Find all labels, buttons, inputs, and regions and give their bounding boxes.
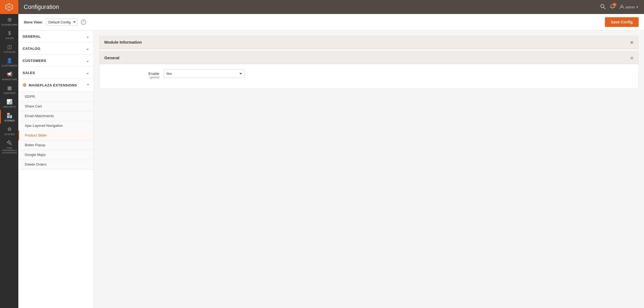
sales-icon: $ bbox=[8, 30, 11, 36]
sidebar-item-label: DASHBOARD bbox=[2, 23, 18, 26]
user-dropdown-icon: ▼ bbox=[636, 6, 639, 9]
left-nav-header-mageplaza[interactable]: ⚙ MAGEPLAZA EXTENSIONS ⌄ bbox=[18, 79, 94, 92]
mageplaza-icon: ⚙ bbox=[23, 83, 27, 88]
collapse-icon: ⊕ bbox=[630, 40, 633, 44]
sidebar-item-customers[interactable]: 👤 CUSTOMERS bbox=[0, 55, 18, 69]
store-view-label: Store View: bbox=[24, 20, 43, 24]
notifications-badge: 1 bbox=[613, 3, 617, 6]
chevron-down-icon: ⌄ bbox=[86, 58, 89, 63]
topbar: Configuration 1 admin bbox=[18, 0, 644, 14]
catalog-icon: ◫ bbox=[7, 44, 12, 50]
content-icon: ▦ bbox=[7, 85, 12, 91]
user-menu-button[interactable]: admin ▼ bbox=[619, 5, 639, 9]
mageplaza-sub-items: GDPR Share Cart Email Attachments Ajax L… bbox=[18, 92, 94, 169]
left-nav-label-customers: CUSTOMERS bbox=[23, 59, 46, 63]
enable-label-sub: [global] bbox=[104, 76, 159, 79]
left-nav: GENERAL ⌄ CATALOG ⌄ CUSTOMERS ⌄ bbox=[18, 30, 94, 308]
sidebar-item-dashboard[interactable]: ⊞ DASHBOARD bbox=[0, 14, 18, 28]
config-row-enable: Enable [global] Yes No bbox=[104, 69, 633, 79]
sidebar-item-stores[interactable]: 🏪 STORES bbox=[0, 110, 18, 124]
mageplaza-label: MAGEPLAZA EXTENSIONS bbox=[29, 83, 77, 87]
marketing-icon: 📢 bbox=[6, 71, 12, 77]
store-view-left: Store View: Default Config ? bbox=[24, 19, 86, 26]
sidebar-item-label: CUSTOMERS bbox=[1, 64, 18, 67]
config-section-header-general[interactable]: General ⊖ bbox=[99, 52, 638, 64]
left-nav-header-customers[interactable]: CUSTOMERS ⌄ bbox=[18, 55, 94, 66]
sidebar-item-marketing[interactable]: 📢 MARKETING bbox=[0, 69, 18, 82]
left-nav-item-better-popup[interactable]: Better Popup bbox=[18, 140, 94, 150]
store-view-select[interactable]: Default Config bbox=[46, 19, 78, 26]
sidebar: ⊞ DASHBOARD $ SALES ◫ CATALOG 👤 CUSTOMER… bbox=[0, 0, 18, 308]
stores-icon: 🏪 bbox=[6, 113, 12, 118]
sidebar-item-label: CATALOG bbox=[4, 51, 16, 53]
right-content: Module Information ⊕ General ⊖ Enable bbox=[94, 30, 644, 308]
reports-icon: 📊 bbox=[6, 99, 12, 105]
sidebar-item-content[interactable]: ▦ CONTENT bbox=[0, 82, 18, 96]
sidebar-item-label: CONTENT bbox=[4, 92, 16, 94]
search-button[interactable] bbox=[600, 4, 605, 10]
dashboard-icon: ⊞ bbox=[8, 17, 12, 23]
left-nav-header-catalog[interactable]: CATALOG ⌄ bbox=[18, 43, 94, 54]
left-nav-header-general[interactable]: GENERAL ⌄ bbox=[18, 30, 94, 42]
left-nav-section-mageplaza: ⚙ MAGEPLAZA EXTENSIONS ⌄ GDPR Share Cart bbox=[18, 79, 94, 170]
mageplaza-title: ⚙ MAGEPLAZA EXTENSIONS bbox=[23, 83, 77, 88]
sidebar-item-sales[interactable]: $ SALES bbox=[0, 28, 18, 41]
sidebar-item-catalog[interactable]: ◫ CATALOG bbox=[0, 41, 18, 55]
logo[interactable] bbox=[0, 0, 18, 14]
left-nav-label-sales: SALES bbox=[23, 71, 35, 75]
config-section-module-information: Module Information ⊕ bbox=[99, 36, 639, 49]
enable-label: Enable [global] bbox=[104, 69, 164, 79]
left-nav-item-ajax-layered-navigation[interactable]: Ajax Layered Navigation bbox=[18, 121, 94, 131]
sidebar-item-system[interactable]: ⚙ SYSTEM bbox=[0, 124, 18, 137]
enable-control: Yes No bbox=[164, 69, 633, 78]
left-nav-item-share-cart[interactable]: Share Cart bbox=[18, 102, 94, 111]
left-nav-section-customers: CUSTOMERS ⌄ bbox=[18, 55, 94, 67]
customers-icon: 👤 bbox=[6, 58, 12, 64]
sidebar-item-label: MARKETING bbox=[2, 78, 17, 81]
config-section-body-general: Enable [global] Yes No bbox=[99, 64, 638, 89]
left-nav-header-sales[interactable]: SALES ⌄ bbox=[18, 67, 94, 79]
enable-label-text: Enable bbox=[104, 72, 159, 76]
left-nav-item-google-maps[interactable]: Google Maps bbox=[18, 150, 94, 160]
config-section-title-module-information: Module Information bbox=[104, 40, 142, 44]
left-nav-item-product-slider[interactable]: Product Slider bbox=[18, 131, 94, 140]
svg-line-1 bbox=[604, 7, 605, 9]
main-wrapper: Configuration 1 admin bbox=[18, 0, 644, 308]
sidebar-item-label: REPORTS bbox=[4, 106, 16, 108]
system-icon: ⚙ bbox=[7, 126, 12, 132]
left-nav-section-catalog: CATALOG ⌄ bbox=[18, 43, 94, 55]
sidebar-item-label: SYSTEM bbox=[4, 133, 15, 136]
chevron-down-icon: ⌄ bbox=[86, 46, 89, 51]
two-col-layout: GENERAL ⌄ CATALOG ⌄ CUSTOMERS ⌄ bbox=[18, 30, 644, 308]
left-nav-item-gdpr[interactable]: GDPR bbox=[18, 92, 94, 102]
user-label: admin bbox=[625, 5, 635, 9]
save-config-button[interactable]: Save Config bbox=[605, 17, 639, 27]
config-section-title-general: General bbox=[104, 55, 119, 60]
left-nav-section-sales: SALES ⌄ bbox=[18, 67, 94, 79]
sidebar-item-reports[interactable]: 📊 REPORTS bbox=[0, 96, 18, 110]
sidebar-item-label: STORES bbox=[4, 119, 15, 122]
store-view-bar: Store View: Default Config ? Save Config bbox=[18, 14, 644, 30]
left-nav-label-general: GENERAL bbox=[23, 34, 41, 38]
chevron-up-icon: ⌄ bbox=[86, 83, 89, 88]
config-section-header-module-information[interactable]: Module Information ⊕ bbox=[99, 36, 638, 48]
left-nav-label-catalog: CATALOG bbox=[23, 47, 40, 51]
sidebar-item-label: FIND PARTNERS & EXTENSIONS bbox=[2, 147, 17, 154]
config-section-general: General ⊖ Enable [global] Yes bbox=[99, 51, 639, 89]
left-nav-section-general: GENERAL ⌄ bbox=[18, 30, 94, 43]
chevron-down-icon: ⌄ bbox=[86, 71, 89, 75]
topbar-actions: 1 admin ▼ bbox=[600, 4, 639, 10]
collapse-icon: ⊖ bbox=[630, 56, 633, 60]
sidebar-item-label: SALES bbox=[5, 37, 14, 40]
svg-point-2 bbox=[612, 8, 613, 9]
notifications-button[interactable]: 1 bbox=[610, 4, 615, 10]
content-area: Store View: Default Config ? Save Config… bbox=[18, 14, 644, 308]
left-nav-item-email-attachments[interactable]: Email Attachments bbox=[18, 111, 94, 121]
page-title: Configuration bbox=[24, 4, 59, 10]
find-partners-icon: 🔌 bbox=[6, 140, 12, 146]
enable-select[interactable]: Yes No bbox=[164, 69, 244, 78]
chevron-down-icon: ⌄ bbox=[86, 34, 89, 38]
left-nav-item-delete-orders[interactable]: Delete Orders bbox=[18, 160, 94, 169]
help-icon-button[interactable]: ? bbox=[81, 19, 86, 25]
sidebar-item-find-partners[interactable]: 🔌 FIND PARTNERS & EXTENSIONS bbox=[0, 137, 18, 156]
